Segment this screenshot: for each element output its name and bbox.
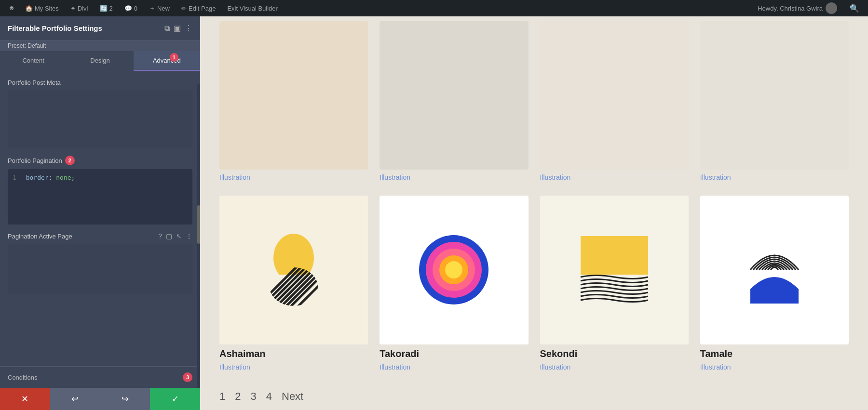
- conditions-badge: 3: [183, 372, 192, 382]
- portfolio-cat-sekondi[interactable]: Illustration: [540, 363, 689, 371]
- tab-content[interactable]: Content: [0, 51, 67, 71]
- section-toolbar: ? ▢ ↖ ⋮: [158, 232, 192, 240]
- divi-menu[interactable]: ✦ Divi: [66, 0, 93, 16]
- pagination-active-page-editor[interactable]: [8, 244, 192, 294]
- portfolio-post-meta-section: Portfolio Post Meta: [8, 79, 192, 148]
- panel-title: Filterable Portfolio Settings: [8, 24, 102, 32]
- portfolio-category-4[interactable]: Illustration: [700, 173, 849, 181]
- page-4[interactable]: 4: [266, 390, 272, 403]
- my-sites-menu[interactable]: 🏠 My Sites: [20, 0, 64, 16]
- portfolio-title-ashaiman: Ashaiman: [219, 348, 368, 359]
- conditions-section: Conditions 3: [0, 366, 200, 388]
- list-item: Illustration: [700, 21, 849, 181]
- portfolio-thumb-takoradi[interactable]: [380, 196, 528, 344]
- checkmark-icon: ✓: [172, 394, 179, 404]
- save-button[interactable]: ✓: [150, 388, 200, 410]
- pagination-active-page-label: Pagination Active Page ? ▢ ↖ ⋮: [8, 232, 192, 240]
- portfolio-pagination-section: Portfolio Pagination 2 1 border: none;: [8, 156, 192, 225]
- svg-rect-20: [581, 236, 648, 275]
- list-item: Takoradi Illustration: [380, 196, 528, 370]
- next-button[interactable]: Next: [282, 390, 303, 403]
- preset-selector[interactable]: Preset: Default: [0, 40, 200, 51]
- portfolio-category-2[interactable]: Illustration: [380, 173, 528, 181]
- portfolio-thumb-tamale[interactable]: [700, 196, 849, 344]
- list-item: Illustration: [540, 21, 689, 181]
- page-1[interactable]: 1: [219, 390, 225, 403]
- portfolio-cat-ashaiman[interactable]: Illustration: [219, 363, 368, 371]
- portfolio-title-takoradi: Takoradi: [380, 348, 528, 359]
- tab-design-label: Design: [90, 57, 109, 64]
- portfolio-thumb-ashaiman[interactable]: [219, 196, 368, 344]
- page-3[interactable]: 3: [251, 390, 257, 403]
- settings-panel: Filterable Portfolio Settings ⧉ ▣ ⋮ Pres…: [0, 16, 200, 410]
- portfolio-pagination-editor[interactable]: 1 border: none;: [8, 169, 192, 225]
- portfolio-thumb-2[interactable]: [380, 21, 528, 170]
- ashaiman-art: [255, 231, 332, 308]
- popout-icon[interactable]: ⧉: [164, 24, 170, 33]
- new-label: New: [157, 5, 170, 12]
- page-canvas: Illustration Illustration Illustration I…: [200, 16, 868, 410]
- portfolio-category-3[interactable]: Illustration: [540, 173, 689, 181]
- bubble-menu[interactable]: 💬 0: [120, 0, 142, 16]
- comments-count: 2: [109, 5, 113, 12]
- bubble-icon: 💬: [124, 5, 132, 12]
- comments-menu[interactable]: 🔄 2: [95, 0, 118, 16]
- list-item: Illustration: [380, 21, 528, 181]
- portfolio-post-meta-label: Portfolio Post Meta: [8, 79, 192, 86]
- divi-label: Divi: [78, 5, 88, 12]
- redo-icon: ↪: [122, 394, 129, 404]
- list-item: Ashaiman Illustration: [219, 196, 368, 370]
- tab-advanced[interactable]: Advanced 1: [134, 51, 200, 71]
- refresh-icon: 🔄: [100, 5, 108, 12]
- more-icon[interactable]: ⋮: [186, 232, 192, 240]
- portfolio-thumb-3[interactable]: [540, 21, 689, 170]
- new-button[interactable]: ＋ New: [144, 0, 175, 16]
- portfolio-main-row: Ashaiman Illustration Takoradi Illus: [200, 196, 868, 385]
- css-property: border: [26, 174, 49, 181]
- redo-button[interactable]: ↪: [100, 388, 150, 410]
- more-options-icon[interactable]: ⋮: [185, 24, 192, 33]
- portfolio-cat-tamale[interactable]: Illustration: [700, 363, 849, 371]
- cancel-button[interactable]: ✕: [0, 388, 50, 410]
- pagination-badge: 2: [65, 156, 75, 165]
- help-icon[interactable]: ?: [158, 232, 162, 240]
- conditions-label: Conditions: [8, 374, 37, 381]
- wp-logo[interactable]: [5, 0, 18, 16]
- exit-builder-button[interactable]: Exit Visual Builder: [222, 0, 283, 16]
- tab-design[interactable]: Design: [67, 51, 133, 71]
- action-bar: ✕ ↩ ↪ ✓: [0, 388, 200, 410]
- svg-rect-22: [750, 289, 799, 304]
- divi-icon: ✦: [70, 5, 76, 12]
- house-icon: 🏠: [25, 5, 33, 12]
- pagination-active-page-section: Pagination Active Page ? ▢ ↖ ⋮: [8, 232, 192, 294]
- plus-icon: ＋: [149, 4, 155, 13]
- sekondi-art: [576, 231, 653, 308]
- exit-builder-label: Exit Visual Builder: [227, 5, 278, 12]
- sidebar-toggle-icon[interactable]: ▣: [174, 24, 181, 33]
- portfolio-title-tamale: Tamale: [700, 348, 849, 359]
- undo-button[interactable]: ↩: [50, 388, 100, 410]
- portfolio-title-sekondi: Sekondi: [540, 348, 689, 359]
- cursor-icon[interactable]: ↖: [176, 232, 182, 240]
- portfolio-category-1[interactable]: Illustration: [219, 173, 368, 181]
- portfolio-thumb-1[interactable]: [219, 21, 368, 170]
- search-icon[interactable]: 🔍: [846, 4, 863, 13]
- panel-content: Portfolio Post Meta Portfolio Pagination…: [0, 71, 200, 366]
- portfolio-thumb-sekondi[interactable]: [540, 196, 689, 344]
- list-item: Sekondi Illustration: [540, 196, 689, 370]
- howdy-label: Howdy, Christina Gwira: [758, 5, 823, 12]
- page-2[interactable]: 2: [235, 390, 241, 403]
- portfolio-post-meta-editor[interactable]: [8, 90, 192, 148]
- mobile-icon[interactable]: ▢: [166, 232, 172, 240]
- edit-page-label: Edit Page: [189, 5, 216, 12]
- edit-page-button[interactable]: ✏ Edit Page: [176, 0, 220, 16]
- portfolio-thumb-4[interactable]: [700, 21, 849, 170]
- portfolio-cat-takoradi[interactable]: Illustration: [380, 363, 528, 371]
- my-sites-label: My Sites: [35, 5, 59, 12]
- pagination-bar: 1 2 3 4 Next: [200, 385, 868, 410]
- list-item: Illustration: [219, 21, 368, 181]
- line-number: 1: [13, 174, 16, 181]
- bubble-count: 0: [134, 5, 137, 12]
- tab-content-label: Content: [22, 57, 44, 64]
- user-menu[interactable]: Howdy, Christina Gwira: [753, 2, 842, 14]
